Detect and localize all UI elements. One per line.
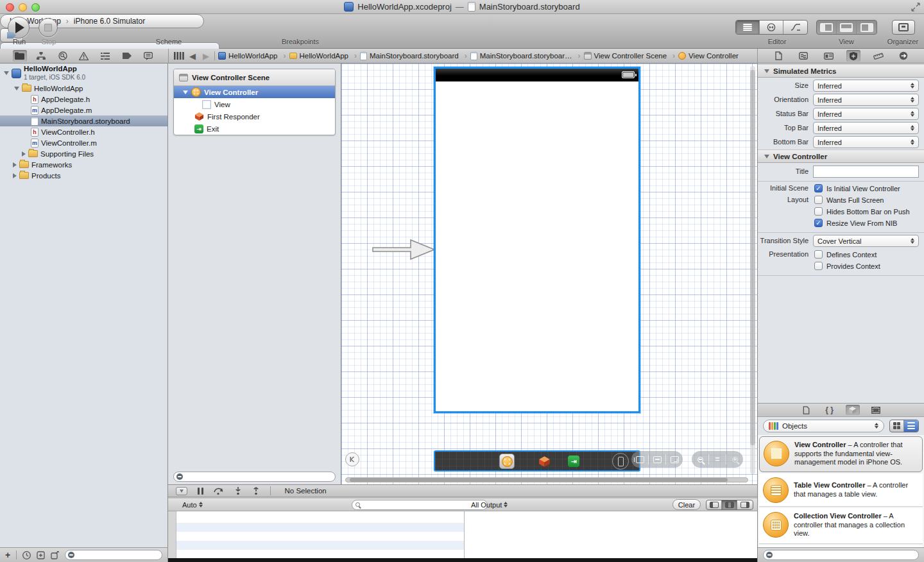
breakpoint-navigator-icon[interactable] [120,50,134,62]
breadcrumb-view-controller[interactable]: View Controller [678,52,744,60]
toggle-debug-area-button[interactable] [837,21,857,34]
recent-files-icon[interactable] [22,551,31,559]
scheme-selector[interactable]: HelloWorldApp › iPhone 6.0 Simulator [0,14,204,28]
navigator-group-products[interactable]: Products [0,170,167,181]
outline-exit-row[interactable]: ⇥ Exit [174,123,335,135]
scrollbar-thumb[interactable] [750,70,755,445]
assistant-editor-button[interactable] [760,21,783,34]
console-view[interactable] [465,511,757,558]
dock-first-responder-button[interactable] [536,454,552,469]
attributes-inspector-icon[interactable] [846,50,860,62]
disclosure-closed-icon[interactable] [22,151,26,157]
navigator-file-appdelegate-m[interactable]: m AppDelegate.m [0,105,167,115]
library-category-popup[interactable]: Objects [763,420,884,432]
view-controller-scene[interactable] [434,67,640,413]
breadcrumb-storyboard-truncated[interactable]: MainStoryboard.storyboar… [470,51,581,60]
variables-only-button[interactable] [706,500,722,509]
pause-button[interactable] [198,488,203,495]
variables-scope-popup[interactable]: Auto [182,501,203,509]
media-library-icon[interactable] [869,405,883,415]
navigator-project-row[interactable]: HelloWorldApp 1 target, iOS SDK 6.0 [0,64,167,83]
scene-dock[interactable]: ⇥ [434,450,640,472]
wants-full-screen-checkbox[interactable] [814,196,823,204]
navigator-file-mainstoryboard[interactable]: MainStoryboard.storyboard [0,115,167,126]
navigator-file-appdelegate-h[interactable]: h AppDelegate.h [0,94,167,105]
orientation-popup[interactable]: Inferred [813,94,919,106]
file-inspector-icon[interactable] [771,50,785,62]
toggle-utilities-button[interactable] [857,21,877,34]
zoom-actual-size-button[interactable]: = [709,455,726,464]
hides-bottom-bar-checkbox[interactable] [814,207,823,216]
library-item-table-view-controller[interactable]: Table View Controller – A controller tha… [759,473,923,507]
bottom-bar-popup[interactable]: Inferred [813,136,919,148]
status-bar-popup[interactable]: Inferred [813,108,919,120]
organizer-button[interactable] [892,20,915,35]
clear-console-button[interactable]: Clear [672,499,701,510]
outline-view-row[interactable]: View [174,98,335,110]
step-into-button[interactable] [234,487,242,495]
resolve-button[interactable] [666,456,683,463]
disclosure-open-icon[interactable] [4,71,9,75]
breadcrumb-storyboard[interactable]: MainStoryboard.storyboard [360,51,467,60]
outline-view-controller-row[interactable]: View Controller [174,86,335,98]
outline-first-responder-row[interactable]: First Responder [174,110,335,123]
toggle-debug-area-button[interactable] [176,487,187,495]
standard-editor-button[interactable] [736,21,760,34]
quick-help-inspector-icon[interactable] [796,50,810,62]
simulated-metrics-header[interactable]: Simulated Metrics [758,64,924,78]
log-navigator-icon[interactable] [98,50,112,62]
device-orientation-toggle[interactable] [612,453,629,470]
view-controller-section-header[interactable]: View Controller [758,149,924,163]
object-library-icon[interactable] [846,405,860,415]
canvas-vertical-scrollbar[interactable] [750,66,755,474]
disclosure-closed-icon[interactable] [13,173,17,178]
breadcrumb-group[interactable]: HelloWorldApp [289,51,357,60]
top-bar-popup[interactable]: Inferred [813,122,919,134]
initial-view-controller-arrow[interactable] [372,235,436,264]
related-items-icon[interactable] [174,52,184,60]
navigator-filter-field[interactable] [65,550,162,560]
identity-inspector-icon[interactable] [821,50,835,62]
navigator-group-frameworks[interactable]: Frameworks [0,159,167,170]
symbol-navigator-icon[interactable] [34,50,48,62]
add-button[interactable]: + [5,550,10,560]
canvas-horizontal-scrollbar[interactable] [345,477,748,482]
scrollbar-thumb[interactable] [350,478,727,482]
pin-button[interactable] [649,456,665,463]
minimize-window-button[interactable] [19,3,27,12]
code-snippet-library-icon[interactable]: { } [823,405,837,415]
fullscreen-icon[interactable] [911,3,920,12]
size-inspector-icon[interactable] [871,50,886,62]
zoom-in-button[interactable] [726,457,743,463]
connections-inspector-icon[interactable] [896,50,911,62]
console-scope-popup[interactable]: All Output [471,501,508,509]
disclosure-closed-icon[interactable] [13,162,17,167]
debug-navigator-icon[interactable] [141,50,155,62]
navigator-group-supporting-files[interactable]: Supporting Files [0,148,167,159]
disclosure-open-icon[interactable] [764,155,769,158]
navigator-file-viewcontroller-m[interactable]: m ViewController.m [0,137,167,148]
issue-navigator-icon[interactable] [77,50,91,62]
close-window-button[interactable] [6,3,14,12]
step-over-button[interactable] [214,487,224,495]
library-item-collection-view-controller[interactable]: Collection View Controller – A controlle… [759,508,923,544]
list-view-button[interactable] [904,420,918,432]
step-out-button[interactable] [252,487,260,495]
variables-filter-field[interactable] [352,500,488,510]
dock-view-controller-button[interactable] [499,454,515,469]
defines-context-checkbox[interactable] [814,250,823,259]
file-template-library-icon[interactable] [800,405,814,415]
navigator-file-viewcontroller-h[interactable]: h ViewController.h [0,126,167,137]
disclosure-open-icon[interactable] [183,90,188,94]
breadcrumb-project[interactable]: HelloWorldApp [218,51,286,60]
dock-exit-button[interactable]: ⇥ [566,454,581,469]
toggle-navigator-button[interactable] [817,21,837,34]
split-view-button[interactable] [722,500,737,509]
library-item-view-controller[interactable]: View Controller – A controller that supp… [759,436,923,472]
zoom-out-button[interactable] [692,457,708,463]
zoom-window-button[interactable] [31,3,40,12]
size-popup[interactable]: Inferred [813,80,919,92]
disclosure-open-icon[interactable] [764,69,769,73]
outline-filter-field[interactable] [173,472,336,482]
back-button[interactable]: ◀ [187,51,198,61]
